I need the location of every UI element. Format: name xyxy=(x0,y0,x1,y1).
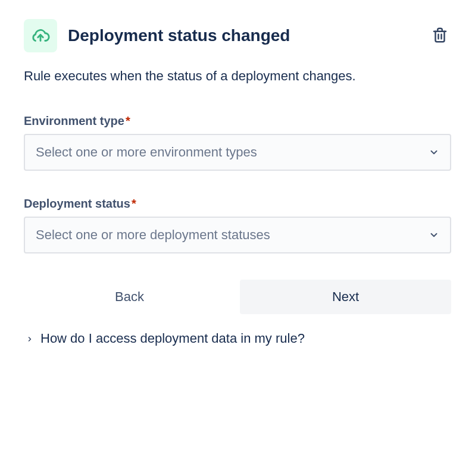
required-asterisk: * xyxy=(132,197,136,210)
deployment-status-select[interactable]: Select one or more deployment statuses xyxy=(24,217,451,253)
deployment-status-placeholder: Select one or more deployment statuses xyxy=(36,227,270,243)
back-button[interactable]: Back xyxy=(24,280,235,314)
next-button[interactable]: Next xyxy=(240,280,451,314)
help-link-text: How do I access deployment data in my ru… xyxy=(40,331,305,346)
required-asterisk: * xyxy=(126,114,130,127)
chevron-down-icon xyxy=(429,147,439,158)
environment-type-field: Environment type* Select one or more env… xyxy=(24,114,451,171)
chevron-down-icon xyxy=(429,230,439,240)
trash-icon xyxy=(431,26,449,44)
deployment-status-label: Deployment status* xyxy=(24,197,451,211)
deployment-icon-box xyxy=(24,19,57,52)
help-link[interactable]: How do I access deployment data in my ru… xyxy=(24,331,451,346)
button-row: Back Next xyxy=(24,280,451,314)
deployment-status-label-text: Deployment status xyxy=(24,197,130,210)
environment-type-placeholder: Select one or more environment types xyxy=(36,145,257,160)
environment-type-label: Environment type* xyxy=(24,114,451,128)
environment-type-label-text: Environment type xyxy=(24,114,124,127)
cloud-upload-icon xyxy=(30,26,51,46)
delete-button[interactable] xyxy=(429,24,451,48)
environment-type-select[interactable]: Select one or more environment types xyxy=(24,134,451,171)
header-row: Deployment status changed xyxy=(24,19,451,52)
description-text: Rule executes when the status of a deplo… xyxy=(24,67,451,86)
chevron-right-icon xyxy=(26,331,33,346)
deployment-status-field: Deployment status* Select one or more de… xyxy=(24,197,451,253)
page-title: Deployment status changed xyxy=(68,26,290,45)
header-left: Deployment status changed xyxy=(24,19,290,52)
